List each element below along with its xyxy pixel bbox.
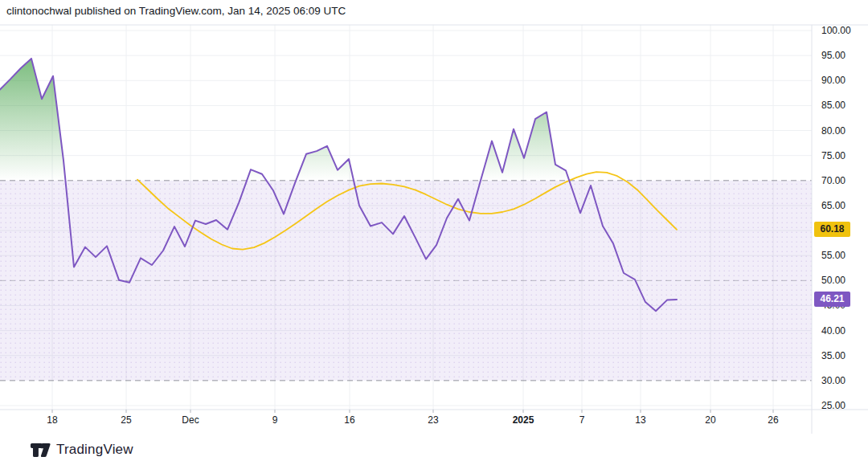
ma-value-badge: 60.18 bbox=[814, 222, 850, 237]
time-tick-label: 9 bbox=[251, 414, 299, 426]
time-tick-label: Dec bbox=[166, 414, 215, 426]
price-tick-label: 70.00 bbox=[821, 174, 845, 187]
time-tick-label: 13 bbox=[616, 414, 665, 426]
price-tick-label: 80.00 bbox=[821, 124, 845, 137]
price-tick-label: 25.00 bbox=[821, 399, 845, 412]
time-tick-label: 26 bbox=[749, 414, 797, 426]
price-tick-label: 35.00 bbox=[821, 349, 845, 362]
price-tick-label: 85.00 bbox=[821, 99, 845, 112]
rsi-chart-canvas[interactable] bbox=[0, 0, 868, 438]
price-tick-label: 100.00 bbox=[821, 24, 851, 37]
tradingview-logo-text: TradingView bbox=[56, 442, 133, 458]
time-tick-label: 23 bbox=[409, 414, 457, 426]
price-tick-label: 95.00 bbox=[821, 49, 845, 62]
price-tick-label: 30.00 bbox=[821, 374, 845, 387]
time-tick-label: 20 bbox=[686, 414, 735, 426]
time-tick-label: 2025 bbox=[499, 414, 547, 426]
price-tick-label: 90.00 bbox=[821, 74, 845, 87]
time-tick-label: 18 bbox=[28, 414, 76, 426]
time-tick-label: 7 bbox=[558, 414, 606, 426]
price-tick-label: 75.00 bbox=[821, 149, 845, 162]
rsi-value-badge: 46.21 bbox=[814, 292, 850, 307]
price-tick-label: 65.00 bbox=[821, 199, 845, 212]
time-tick-label: 25 bbox=[102, 414, 150, 426]
price-tick-label: 40.00 bbox=[821, 324, 845, 337]
time-tick-label: 16 bbox=[326, 414, 374, 426]
tradingview-logo-icon bbox=[31, 443, 51, 458]
price-tick-label: 55.00 bbox=[821, 249, 845, 262]
tradingview-logo[interactable]: TradingView bbox=[31, 442, 133, 458]
price-tick-label: 50.00 bbox=[821, 274, 845, 287]
tradingview-published-chart: clintonochwal published on TradingView.c… bbox=[0, 0, 868, 465]
